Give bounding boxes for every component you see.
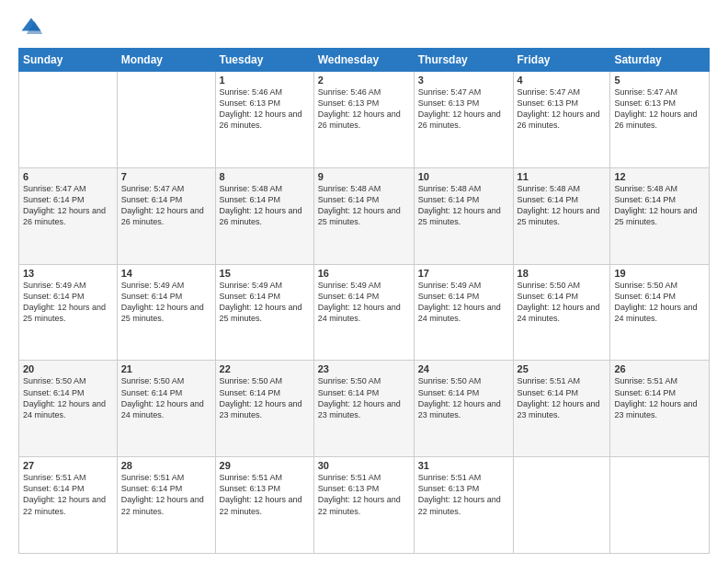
day-number: 25 bbox=[518, 363, 607, 374]
day-info: Sunrise: 5:49 AMSunset: 6:14 PMDaylight:… bbox=[23, 280, 113, 325]
day-info: Sunrise: 5:47 AMSunset: 6:13 PMDaylight:… bbox=[614, 86, 705, 132]
calendar-cell: 2Sunrise: 5:46 AMSunset: 6:13 PMDaylight… bbox=[313, 72, 414, 168]
day-info: Sunrise: 5:47 AMSunset: 6:14 PMDaylight:… bbox=[121, 183, 211, 228]
day-number: 8 bbox=[220, 171, 310, 182]
day-number: 6 bbox=[23, 171, 113, 182]
day-info: Sunrise: 5:47 AMSunset: 6:13 PMDaylight:… bbox=[518, 86, 607, 132]
day-number: 27 bbox=[23, 460, 113, 471]
weekday-header-tuesday: Tuesday bbox=[215, 49, 313, 72]
day-info: Sunrise: 5:49 AMSunset: 6:14 PMDaylight:… bbox=[318, 280, 410, 325]
day-number: 21 bbox=[121, 363, 211, 374]
calendar-cell bbox=[19, 72, 118, 168]
day-number: 22 bbox=[220, 363, 310, 374]
day-number: 30 bbox=[318, 460, 410, 471]
day-number: 3 bbox=[418, 75, 509, 86]
day-info: Sunrise: 5:51 AMSunset: 6:13 PMDaylight:… bbox=[318, 472, 410, 517]
day-info: Sunrise: 5:49 AMSunset: 6:14 PMDaylight:… bbox=[418, 280, 509, 325]
calendar-cell: 24Sunrise: 5:50 AMSunset: 6:14 PMDayligh… bbox=[414, 361, 513, 457]
day-info: Sunrise: 5:48 AMSunset: 6:14 PMDaylight:… bbox=[220, 183, 310, 228]
calendar-cell: 25Sunrise: 5:51 AMSunset: 6:14 PMDayligh… bbox=[513, 361, 610, 457]
day-info: Sunrise: 5:49 AMSunset: 6:14 PMDaylight:… bbox=[121, 280, 211, 325]
day-number: 28 bbox=[121, 460, 211, 471]
day-number: 17 bbox=[418, 268, 509, 279]
day-info: Sunrise: 5:50 AMSunset: 6:14 PMDaylight:… bbox=[121, 375, 211, 420]
calendar-cell: 20Sunrise: 5:50 AMSunset: 6:14 PMDayligh… bbox=[19, 361, 118, 457]
day-info: Sunrise: 5:47 AMSunset: 6:13 PMDaylight:… bbox=[418, 86, 509, 132]
day-info: Sunrise: 5:51 AMSunset: 6:14 PMDaylight:… bbox=[614, 375, 705, 420]
day-info: Sunrise: 5:51 AMSunset: 6:13 PMDaylight:… bbox=[418, 472, 509, 517]
day-info: Sunrise: 5:50 AMSunset: 6:14 PMDaylight:… bbox=[418, 375, 509, 420]
day-number: 29 bbox=[220, 460, 310, 471]
calendar-cell: 16Sunrise: 5:49 AMSunset: 6:14 PMDayligh… bbox=[313, 264, 414, 361]
day-number: 19 bbox=[614, 268, 705, 279]
weekday-header-wednesday: Wednesday bbox=[313, 49, 414, 72]
day-number: 5 bbox=[614, 75, 705, 86]
day-number: 7 bbox=[121, 171, 211, 182]
day-number: 1 bbox=[220, 75, 310, 86]
calendar-cell: 9Sunrise: 5:48 AMSunset: 6:14 PMDaylight… bbox=[313, 167, 414, 264]
calendar-cell: 22Sunrise: 5:50 AMSunset: 6:14 PMDayligh… bbox=[215, 361, 313, 457]
calendar-cell: 21Sunrise: 5:50 AMSunset: 6:14 PMDayligh… bbox=[117, 361, 215, 457]
day-info: Sunrise: 5:47 AMSunset: 6:14 PMDaylight:… bbox=[23, 183, 113, 228]
day-number: 2 bbox=[318, 75, 410, 86]
calendar-cell: 27Sunrise: 5:51 AMSunset: 6:14 PMDayligh… bbox=[19, 457, 118, 554]
day-info: Sunrise: 5:50 AMSunset: 6:14 PMDaylight:… bbox=[318, 375, 410, 420]
day-info: Sunrise: 5:51 AMSunset: 6:14 PMDaylight:… bbox=[518, 375, 607, 420]
day-number: 18 bbox=[518, 268, 607, 279]
day-number: 20 bbox=[23, 363, 113, 374]
calendar-cell bbox=[610, 457, 710, 554]
day-number: 11 bbox=[518, 171, 607, 182]
day-info: Sunrise: 5:51 AMSunset: 6:14 PMDaylight:… bbox=[121, 472, 211, 517]
day-info: Sunrise: 5:50 AMSunset: 6:14 PMDaylight:… bbox=[220, 375, 310, 420]
day-number: 31 bbox=[418, 460, 509, 471]
calendar-cell: 17Sunrise: 5:49 AMSunset: 6:14 PMDayligh… bbox=[414, 264, 513, 361]
day-number: 16 bbox=[318, 268, 410, 279]
day-info: Sunrise: 5:50 AMSunset: 6:14 PMDaylight:… bbox=[518, 280, 607, 325]
day-info: Sunrise: 5:48 AMSunset: 6:14 PMDaylight:… bbox=[418, 183, 509, 228]
calendar-cell: 19Sunrise: 5:50 AMSunset: 6:14 PMDayligh… bbox=[610, 264, 710, 361]
weekday-header-thursday: Thursday bbox=[414, 49, 513, 72]
day-number: 9 bbox=[318, 171, 410, 182]
logo-icon bbox=[18, 15, 44, 40]
calendar-cell: 28Sunrise: 5:51 AMSunset: 6:14 PMDayligh… bbox=[117, 457, 215, 554]
day-info: Sunrise: 5:48 AMSunset: 6:14 PMDaylight:… bbox=[318, 183, 410, 228]
calendar-cell bbox=[117, 72, 215, 168]
day-number: 23 bbox=[318, 363, 410, 374]
calendar-cell: 18Sunrise: 5:50 AMSunset: 6:14 PMDayligh… bbox=[513, 264, 610, 361]
calendar-cell: 31Sunrise: 5:51 AMSunset: 6:13 PMDayligh… bbox=[414, 457, 513, 554]
calendar-cell: 7Sunrise: 5:47 AMSunset: 6:14 PMDaylight… bbox=[117, 167, 215, 264]
weekday-header-friday: Friday bbox=[513, 49, 610, 72]
calendar-cell: 4Sunrise: 5:47 AMSunset: 6:13 PMDaylight… bbox=[513, 72, 610, 168]
calendar-cell: 15Sunrise: 5:49 AMSunset: 6:14 PMDayligh… bbox=[215, 264, 313, 361]
calendar-cell: 30Sunrise: 5:51 AMSunset: 6:13 PMDayligh… bbox=[313, 457, 414, 554]
calendar-cell: 10Sunrise: 5:48 AMSunset: 6:14 PMDayligh… bbox=[414, 167, 513, 264]
calendar-cell: 11Sunrise: 5:48 AMSunset: 6:14 PMDayligh… bbox=[513, 167, 610, 264]
day-info: Sunrise: 5:48 AMSunset: 6:14 PMDaylight:… bbox=[518, 183, 607, 228]
day-info: Sunrise: 5:46 AMSunset: 6:13 PMDaylight:… bbox=[318, 86, 410, 132]
day-info: Sunrise: 5:49 AMSunset: 6:14 PMDaylight:… bbox=[220, 280, 310, 325]
calendar-cell: 26Sunrise: 5:51 AMSunset: 6:14 PMDayligh… bbox=[610, 361, 710, 457]
day-number: 12 bbox=[614, 171, 705, 182]
day-info: Sunrise: 5:48 AMSunset: 6:14 PMDaylight:… bbox=[614, 183, 705, 228]
day-number: 10 bbox=[418, 171, 509, 182]
calendar-cell bbox=[513, 457, 610, 554]
logo bbox=[18, 15, 48, 40]
calendar-cell: 3Sunrise: 5:47 AMSunset: 6:13 PMDaylight… bbox=[414, 72, 513, 168]
calendar-cell: 8Sunrise: 5:48 AMSunset: 6:14 PMDaylight… bbox=[215, 167, 313, 264]
calendar-table: SundayMondayTuesdayWednesdayThursdayFrid… bbox=[18, 48, 710, 554]
calendar-cell: 6Sunrise: 5:47 AMSunset: 6:14 PMDaylight… bbox=[19, 167, 118, 264]
day-number: 15 bbox=[220, 268, 310, 279]
day-info: Sunrise: 5:46 AMSunset: 6:13 PMDaylight:… bbox=[220, 86, 310, 132]
calendar-cell: 12Sunrise: 5:48 AMSunset: 6:14 PMDayligh… bbox=[610, 167, 710, 264]
day-number: 14 bbox=[121, 268, 211, 279]
weekday-header-monday: Monday bbox=[117, 49, 215, 72]
day-number: 26 bbox=[614, 363, 705, 374]
calendar-cell: 23Sunrise: 5:50 AMSunset: 6:14 PMDayligh… bbox=[313, 361, 414, 457]
calendar-cell: 5Sunrise: 5:47 AMSunset: 6:13 PMDaylight… bbox=[610, 72, 710, 168]
day-info: Sunrise: 5:51 AMSunset: 6:14 PMDaylight:… bbox=[23, 472, 113, 517]
day-number: 4 bbox=[518, 75, 607, 86]
day-number: 24 bbox=[418, 363, 509, 374]
calendar-cell: 14Sunrise: 5:49 AMSunset: 6:14 PMDayligh… bbox=[117, 264, 215, 361]
calendar-cell: 1Sunrise: 5:46 AMSunset: 6:13 PMDaylight… bbox=[215, 72, 313, 168]
day-info: Sunrise: 5:50 AMSunset: 6:14 PMDaylight:… bbox=[23, 375, 113, 420]
